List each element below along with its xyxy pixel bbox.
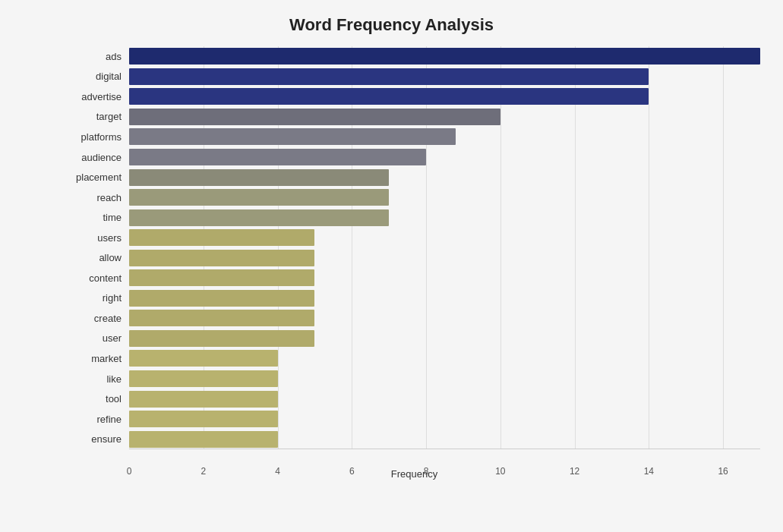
bar-fill: [129, 411, 278, 427]
bar-row: ads: [68, 46, 760, 66]
bar-track: [129, 290, 760, 307]
bar-label: advertise: [68, 91, 129, 102]
bar-track: [129, 68, 760, 85]
bar-row: create: [68, 308, 760, 328]
bar-fill: [129, 350, 278, 367]
bar-label: platforms: [68, 131, 129, 143]
bar-track: [129, 128, 760, 145]
bar-track: [129, 149, 760, 165]
bar-fill: [129, 391, 278, 408]
bar-fill: [129, 431, 278, 448]
bar-row: ensure: [68, 430, 760, 449]
bar-fill: [129, 250, 314, 266]
bar-fill: [129, 290, 314, 307]
chart-area: adsdigitaladvertisetargetplatformsaudien…: [68, 46, 760, 480]
bar-row: like: [68, 369, 760, 389]
bar-label: allow: [68, 252, 129, 263]
bar-track: [129, 391, 760, 408]
bar-fill: [129, 48, 760, 65]
chart-title: Word Frequency Analysis: [23, 15, 760, 35]
bar-track: [129, 109, 760, 125]
bar-track: [129, 310, 760, 326]
chart-container: Word Frequency Analysis adsdigitaladvert…: [0, 0, 783, 532]
bar-track: [129, 330, 760, 347]
bar-row: placement: [68, 168, 760, 187]
bar-row: content: [68, 268, 760, 288]
bar-track: [129, 350, 760, 367]
bar-row: users: [68, 228, 760, 247]
bar-fill: [129, 109, 500, 125]
bar-fill: [129, 149, 426, 165]
bar-label: right: [68, 292, 129, 304]
bar-track: [129, 209, 760, 226]
bar-label: users: [68, 232, 129, 244]
bar-row: user: [68, 329, 760, 348]
bar-label: target: [68, 111, 129, 122]
bar-row: reach: [68, 187, 760, 207]
bar-track: [129, 48, 760, 65]
bar-fill: [129, 68, 649, 85]
bar-fill: [129, 209, 389, 226]
bar-label: content: [68, 272, 129, 284]
bar-label: tool: [68, 393, 129, 405]
bar-track: [129, 189, 760, 206]
bar-track: [129, 431, 760, 448]
bar-fill: [129, 88, 649, 105]
bar-track: [129, 411, 760, 427]
bar-fill: [129, 189, 389, 206]
bar-row: right: [68, 288, 760, 308]
bar-label: refine: [68, 414, 129, 425]
bar-label: ads: [68, 51, 129, 62]
bar-track: [129, 370, 760, 387]
bar-label: user: [68, 332, 129, 344]
bar-label: reach: [68, 192, 129, 203]
bar-fill: [129, 310, 314, 326]
bar-label: audience: [68, 152, 129, 163]
bar-fill: [129, 330, 314, 347]
bar-row: time: [68, 208, 760, 228]
x-axis-title: Frequency: [68, 468, 760, 480]
bar-label: digital: [68, 71, 129, 82]
bar-row: market: [68, 348, 760, 368]
bar-label: market: [68, 353, 129, 364]
bar-row: digital: [68, 67, 760, 87]
bar-row: refine: [68, 409, 760, 429]
bar-track: [129, 269, 760, 286]
bar-fill: [129, 269, 314, 286]
bar-label: ensure: [68, 433, 129, 445]
bar-label: like: [68, 373, 129, 385]
bar-fill: [129, 370, 278, 387]
bar-track: [129, 229, 760, 246]
x-axis-line: [129, 449, 760, 449]
bar-label: placement: [68, 172, 129, 183]
bar-row: advertise: [68, 87, 760, 106]
bar-track: [129, 169, 760, 186]
bar-row: target: [68, 107, 760, 127]
bar-fill: [129, 229, 314, 246]
bar-row: platforms: [68, 127, 760, 146]
bar-track: [129, 250, 760, 266]
bars-section: adsdigitaladvertisetargetplatformsaudien…: [68, 46, 760, 449]
bar-fill: [129, 169, 389, 186]
bar-row: tool: [68, 389, 760, 409]
bar-label: time: [68, 212, 129, 223]
bar-row: audience: [68, 147, 760, 167]
bar-row: allow: [68, 248, 760, 268]
bar-fill: [129, 128, 456, 145]
bar-track: [129, 88, 760, 105]
bar-label: create: [68, 313, 129, 324]
